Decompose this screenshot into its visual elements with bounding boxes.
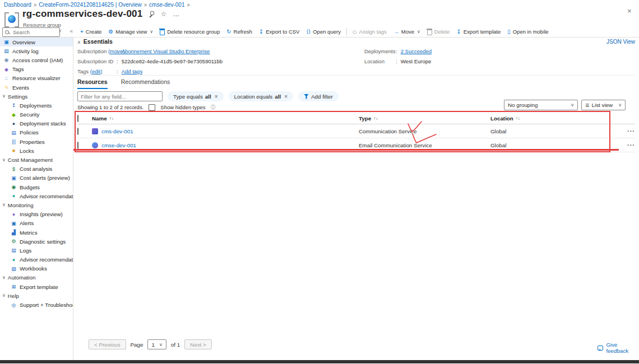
close-icon[interactable]: × <box>627 7 632 15</box>
previous-page-button[interactable]: < Previous <box>89 339 126 349</box>
open-in-mobile-button[interactable]: ▯Open in mobile <box>504 29 552 35</box>
delete-button[interactable]: Delete <box>424 28 453 35</box>
sidebar-item-deployment-stacks[interactable]: ●Deployment stacks <box>0 119 73 128</box>
table-row-cmse-dev-001[interactable]: cmse-dev-001Email Communication ServiceG… <box>77 138 635 152</box>
sidebar-search[interactable] <box>2 27 60 37</box>
grouping-select[interactable]: No grouping ∨ <box>504 100 578 110</box>
page-number-select[interactable]: 1 ∨ <box>147 339 166 349</box>
row-checkbox[interactable] <box>77 142 78 149</box>
sidebar-item-support-troubleshooting[interactable]: ◎Support + Troubleshooting <box>0 300 73 309</box>
edit-tags-link[interactable]: (edit) <box>90 68 103 74</box>
sidebar-item-workbooks[interactable]: ▧Workbooks <box>0 264 73 273</box>
export-to-csv-button[interactable]: ↧Export to CSV <box>256 29 303 35</box>
column-header-name[interactable]: Name↑↓ <box>92 115 359 122</box>
assign-tags-button[interactable]: ◇Assign tags <box>349 29 390 35</box>
row-menu-button[interactable]: ··· <box>618 128 635 134</box>
view-value: List view <box>592 102 613 108</box>
subscription-link[interactable]: Abonnement Visual Studio Enterprise <box>122 48 210 54</box>
chevron-down-icon: ∨ <box>417 29 420 35</box>
sidebar-item-cost-analysis[interactable]: $Cost analysis <box>0 165 73 174</box>
column-header-location[interactable]: Location↑↓ <box>490 115 618 122</box>
feedback-icon <box>598 346 603 351</box>
filter-row: Type equals all×Location equals all× Add… <box>77 91 339 101</box>
sidebar-item-advisor-recommendations[interactable]: ●Advisor recommendations <box>0 192 73 200</box>
policies-icon: ▤ <box>11 130 17 136</box>
resource-name-link[interactable]: cmse-dev-001 <box>101 142 136 148</box>
row-menu-button[interactable]: ··· <box>618 142 635 148</box>
sidebar-item-label: Workbooks <box>20 265 47 272</box>
row-checkbox[interactable] <box>77 128 78 135</box>
sidebar-item-tags[interactable]: ◆Tags <box>0 65 73 74</box>
toolbar-label: Export template <box>464 29 501 35</box>
toolbar-label: Delete <box>434 29 450 35</box>
pill-close-icon[interactable]: × <box>284 94 288 100</box>
give-feedback-button[interactable]: Give feedback <box>598 342 639 354</box>
tab-resources[interactable]: Resources <box>77 78 108 89</box>
sidebar-item-logs[interactable]: ▤Logs <box>0 246 73 255</box>
create-button[interactable]: +Create <box>77 29 105 35</box>
filter-pill-type-equals[interactable]: Type equals all× <box>168 91 224 101</box>
more-options-icon[interactable]: … <box>173 10 179 18</box>
resource-name-link[interactable]: cms-dev-001 <box>101 128 133 134</box>
sidebar-item-insights-preview[interactable]: ●Insights (preview) <box>0 210 73 219</box>
sidebar-item-events[interactable]: ϟEvents <box>0 83 73 92</box>
favorite-star-icon[interactable]: ☆ <box>160 10 166 18</box>
filter-input[interactable] <box>77 91 163 101</box>
chevron-down-icon: ∨ <box>2 202 6 208</box>
sidebar-item-diagnostic-settings[interactable]: ⚙Diagnostic settings <box>0 237 73 246</box>
sidebar-item-metrics[interactable]: ▟Metrics <box>0 228 73 237</box>
filter-pill-location-equals[interactable]: Location equals all× <box>229 91 293 101</box>
select-all-checkbox[interactable] <box>77 115 78 122</box>
info-icon: ⓘ <box>211 104 216 111</box>
sidebar-item-advisor-recommendations[interactable]: ●Advisor recommendations <box>0 255 73 264</box>
advisor-icon: ● <box>11 193 17 199</box>
sidebar-item-label: Export template <box>20 284 58 290</box>
add-tags-link[interactable]: Add tags <box>122 68 143 74</box>
breadcrumb-item-createform-20241208114625-overview[interactable]: CreateForm-20241208114625 | Overview <box>39 2 142 8</box>
json-view-link[interactable]: JSON View <box>606 39 635 45</box>
delete-resource-group-button[interactable]: Delete resource group <box>156 28 223 35</box>
tab-recommendations[interactable]: Recommendations <box>121 78 170 89</box>
sidebar-item-alerts[interactable]: ▣Alerts <box>0 219 73 228</box>
move-button[interactable]: →Move∨ <box>390 29 424 35</box>
sidebar-item-properties[interactable]: |||Properties <box>0 137 73 146</box>
sidebar-section-monitoring[interactable]: ∨Monitoring <box>0 200 73 209</box>
add-filter-button[interactable]: Add filter <box>298 91 339 101</box>
sidebar-section-settings[interactable]: ∨Settings <box>0 92 73 101</box>
chevron-down-icon: ∨ <box>150 29 153 35</box>
refresh-button[interactable]: ↻Refresh <box>223 29 256 35</box>
sidebar-section-help[interactable]: ∨Help <box>0 291 73 300</box>
sidebar-item-activity-log[interactable]: ▤Activity log <box>0 46 73 55</box>
manage-view-button[interactable]: ⚙Manage view∨ <box>105 29 156 35</box>
sidebar-item-security[interactable]: ◆Security <box>0 110 73 119</box>
sidebar-collapse-icons[interactable]: × « <box>58 28 76 34</box>
sidebar-item-locks[interactable]: ■Locks <box>0 146 73 155</box>
window-bottom-bar <box>0 360 639 363</box>
mobile-icon: ▯ <box>507 29 511 35</box>
view-select[interactable]: ≣List view ∨ <box>581 100 626 110</box>
breadcrumb-item-dashboard[interactable]: Dashboard <box>4 2 31 8</box>
table-row-cms-dev-001[interactable]: cms-dev-001Communication ServiceGlobal··… <box>77 124 635 138</box>
essentials-header[interactable]: ∧Essentials <box>77 38 113 45</box>
sidebar-item-overview[interactable]: ▣Overview <box>0 38 73 46</box>
next-page-button[interactable]: Next > <box>184 339 212 349</box>
column-header-type[interactable]: Type↑↓ <box>359 115 490 122</box>
deployments-link[interactable]: 2 Succeeded <box>401 48 432 54</box>
pin-icon[interactable] <box>149 11 154 17</box>
search-input[interactable] <box>12 29 53 36</box>
sidebar-section-label: Cost Management <box>8 157 53 163</box>
sidebar-item-deployments[interactable]: ↥Deployments <box>0 101 73 110</box>
export-template-button[interactable]: ↧Export template <box>453 29 504 35</box>
sidebar-item-policies[interactable]: ▤Policies <box>0 128 73 137</box>
breadcrumb-item-cmse-dev-001[interactable]: cmse-dev-001 <box>149 2 184 8</box>
sidebar-item-cost-alerts-preview[interactable]: ▣Cost alerts (preview) <box>0 174 73 183</box>
sidebar-item-resource-visualizer[interactable]: ∴Resource visualizer <box>0 74 73 83</box>
sidebar-item-access-control-iam[interactable]: ◉Access control (IAM) <box>0 55 73 64</box>
show-hidden-checkbox[interactable] <box>149 104 155 111</box>
sidebar-section-automation[interactable]: ∨Automation <box>0 273 73 282</box>
sidebar-section-cost-management[interactable]: ∨Cost Management <box>0 155 73 164</box>
pill-close-icon[interactable]: × <box>215 94 218 100</box>
open-query-button[interactable]: ⟨⟩Open query <box>303 29 344 35</box>
sidebar-item-budgets[interactable]: ◉Budgets <box>0 183 73 192</box>
sidebar-item-export-template[interactable]: ⊞Export template <box>0 282 73 291</box>
